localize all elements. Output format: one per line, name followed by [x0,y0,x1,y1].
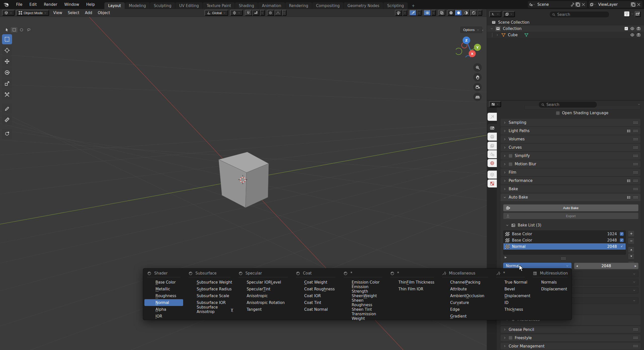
properties-tab-render[interactable] [488,124,497,132]
viewlayer-icon[interactable] [590,3,594,7]
bake-list-item[interactable]: Base Color2048✓ [503,237,626,243]
bake-list-plus-button[interactable] [628,230,634,237]
export-button[interactable]: Export [503,213,638,219]
properties-tab-object[interactable] [488,171,497,179]
nav-pan-button[interactable] [473,73,482,82]
tool-rotate[interactable] [2,67,12,77]
panel-grip[interactable] [633,121,638,124]
panel-color-management[interactable]: Color Management [501,343,640,349]
panel-grip[interactable] [633,138,638,141]
panel-performance[interactable]: Performance [501,177,640,184]
orientation-button[interactable]: Global [205,10,228,16]
menu-item-emission-strength[interactable]: Emission Strength [341,286,385,292]
collection-checkbox[interactable]: ✓ [624,27,628,30]
close-icon[interactable] [636,2,641,7]
panel-film[interactable]: Film [501,169,640,176]
bake-list[interactable]: Base Color1024✓Base Color2048✓Normal2048… [503,230,626,255]
panel-light-paths[interactable]: Light Paths [501,127,640,135]
tool-select-box[interactable] [2,34,12,44]
bake-list-minus-button[interactable] [628,238,634,244]
panel-grip[interactable] [633,163,638,166]
tab-shading[interactable]: Shading [235,2,258,9]
visibility-chevron[interactable] [403,10,407,16]
bake-item-checkbox[interactable]: ✓ [620,232,624,236]
properties-editor-type-button[interactable] [489,101,501,107]
chevron-down-icon[interactable] [533,3,535,6]
properties-tab-world[interactable] [488,159,497,167]
select-box-mode-button[interactable] [11,27,17,32]
blender-logo-icon[interactable] [4,2,9,7]
menu-item-true-normal[interactable]: True Normal [493,279,528,286]
bake-size-field[interactable]: ◀ 2048 ▶ [574,263,638,269]
panel-grip[interactable] [633,130,638,132]
chevron-down-icon[interactable] [631,13,634,15]
panel-grease-pencil[interactable]: Grease Pencil [501,326,640,333]
menu-item-sheen-roughness[interactable]: Sheen Roughness [341,299,385,306]
bake-list-tri-down-button[interactable] [628,253,634,259]
snap-with-button[interactable] [252,10,260,16]
menu-item-thin-film-thickness[interactable]: Thin Film Thickness [387,279,437,286]
new-collection-button[interactable] [635,11,641,17]
auto-bake-button[interactable]: Auto Bake [503,204,638,211]
chevron-down-icon[interactable] [594,3,596,6]
bake-item-checkbox[interactable]: ✓ [620,238,624,242]
panel-grip[interactable] [633,171,638,174]
list-icon[interactable] [627,179,631,183]
decrement-arrow-icon[interactable]: ◀ [576,265,578,267]
menu-item-subsurface-scale[interactable]: Subsurface Scale [186,292,233,299]
overlays-toggle[interactable] [424,10,431,16]
panel-sampling[interactable]: Sampling [501,119,640,126]
menu-file[interactable]: File [13,1,26,8]
osl-row[interactable]: Open Shading Language [556,111,609,115]
snap-toggle[interactable] [245,10,252,16]
menu-item-coat-roughness[interactable]: Coat Roughness [293,286,338,292]
properties-search[interactable]: Search [538,101,597,108]
pivot-point-button[interactable] [230,10,243,16]
tool-measure[interactable] [2,115,12,125]
panel-simplify[interactable]: Simplify [501,152,640,160]
panel-grip[interactable] [633,196,638,199]
menu-item-metallic[interactable]: Metallic [144,286,183,292]
eye-icon[interactable] [630,26,634,31]
menu-item-coat-tint[interactable]: Coat Tint [293,299,338,306]
menu-item-thickness[interactable]: Thickness [493,306,528,313]
gizmos-dropdown[interactable] [417,10,422,16]
tool-add-cube[interactable] [2,129,12,139]
tweak-mode-button[interactable] [4,27,10,32]
properties-tab-tool[interactable] [488,113,497,121]
panel-motion-blur[interactable]: Motion Blur [501,160,640,168]
properties-tab-scene[interactable] [488,150,497,158]
select-circle-mode-button[interactable] [18,27,25,32]
menu-item-ior[interactable]: IOR [144,313,183,320]
viewport-menu-object[interactable]: Object [95,10,113,16]
scene-icon[interactable] [529,3,533,7]
panel-checkbox[interactable] [509,162,512,166]
select-lasso-mode-button[interactable] [25,27,32,32]
pin-icon[interactable] [570,2,575,7]
shading-material-button[interactable] [462,10,470,16]
menu-item-displacement[interactable]: Displacement [530,286,570,292]
menu-item-coat-normal[interactable]: Coat Normal [293,306,338,313]
properties-tab-output[interactable] [488,133,497,141]
tab-sculpting[interactable]: Sculpting [150,2,175,9]
panel-bake[interactable]: Bake [501,185,640,193]
menu-item-coat-weight[interactable]: Coat Weight [293,279,338,286]
eye-icon[interactable] [630,33,634,37]
gizmos-toggle[interactable] [409,10,417,16]
panel-curves[interactable]: Curves [501,144,640,151]
panel-freestyle[interactable]: Freestyle [501,334,640,341]
visibility-dropdown[interactable] [395,10,402,16]
tab-rendering[interactable]: Rendering [285,2,312,9]
list-icon[interactable] [627,195,631,200]
tab-animation[interactable]: Animation [258,2,285,9]
mode-select-button[interactable]: Object Mode [16,10,49,16]
tab-texture-paint[interactable]: Texture Paint [203,2,235,9]
menu-item-displacement[interactable]: Displacement [493,292,528,299]
menu-item-specular-tint[interactable]: Specular Tint [236,286,291,292]
menu-item-attribute[interactable]: Attribute [439,286,491,292]
tool-cursor[interactable] [2,45,12,55]
viewport-menu-add[interactable]: Add [82,10,95,16]
menu-item-normals[interactable]: Normals [530,279,570,286]
menu-item-tangent[interactable]: Tangent [236,306,291,313]
menu-item-thin-film-ior[interactable]: Thin Film IOR [387,286,437,292]
